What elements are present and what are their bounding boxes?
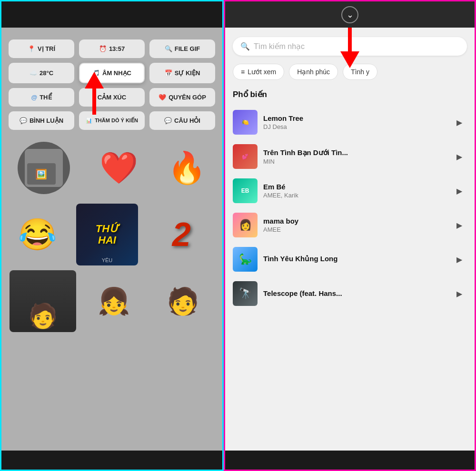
sticker-row-3: 🧑 👧 🧑 [1, 268, 222, 334]
photo-inner: 🖼️ [25, 149, 63, 187]
left-top-bar [1, 1, 222, 28]
calendar-icon: 📅 [165, 69, 172, 77]
fire-sticker[interactable]: 🔥 [168, 150, 206, 186]
song-info-lemon-tree: Lemon Tree DJ Desa [263, 114, 446, 130]
song-info-tinh-yeu: Tình Yêu Khủng Long [263, 255, 446, 264]
sticker-row-1: 🖼️ ❤️ 🔥 [1, 137, 222, 199]
music-list: 🍋 Lemon Tree DJ Desa ▶ 💕 Trên Tình Bạn D… [225, 105, 475, 451]
poll-icon: 📊 [86, 118, 92, 124]
btn-vi-tri[interactable]: 📍 VỊ TRÍ [9, 39, 74, 58]
song-title-mama-boy: mama boy [263, 217, 446, 225]
left-panel: 📍 VỊ TRÍ ⏰ 13:57 🔍 FILE GIF ☁️ 28°C 🎵 ÂM… [0, 0, 224, 471]
thu-hai-text: THỨHAI [96, 223, 119, 246]
song-info-tren-tinh-ban: Trên Tình Bạn Dưới Tìn... MIN [263, 148, 446, 165]
search-container: 🔍 Tìm kiếm nhạc [225, 28, 475, 61]
song-item-telescope[interactable]: 🔭 Telescope (feat. Hans... ▶ [225, 276, 475, 311]
section-title: Phổ biến [225, 86, 475, 105]
avatar-emoji-1: 🧑 [28, 302, 58, 332]
list-icon: ≡ [241, 68, 245, 76]
music-icon: 🎵 [92, 69, 100, 77]
heart-icon: ❤️ [159, 94, 166, 101]
clock-icon: ⏰ [99, 45, 107, 52]
btn-file-gif[interactable]: 🔍 FILE GIF [149, 39, 215, 58]
btn-temp[interactable]: ☁️ 28°C [9, 63, 74, 83]
btn-am-nhac[interactable]: 🎵 ÂM NHẠC [79, 63, 145, 83]
search-bar[interactable]: 🔍 Tìm kiếm nhạc [233, 37, 467, 56]
thu-2-text: 2 [172, 216, 191, 254]
song-info-mama-boy: mama boy AMEE [263, 217, 446, 233]
right-bottom-bar [225, 451, 475, 470]
search-icon: 🔍 [240, 42, 250, 51]
play-btn-tren-tinh-ban[interactable]: ▶ [452, 149, 467, 164]
song-item-mama-boy[interactable]: 👩 mama boy AMEE ▶ [225, 208, 475, 242]
right-top-bar: ⌄ [225, 1, 475, 28]
thu-hai-sticker[interactable]: THỨHAI YÊU [76, 204, 138, 265]
song-artist-tren-tinh-ban: MIN [263, 158, 446, 165]
song-item-em-be[interactable]: EB Em Bé AMEE, Karik ▶ [225, 174, 475, 208]
btn-cau-hoi[interactable]: 💬 CÂU HỎI [149, 111, 215, 130]
boy-sticker[interactable]: 🧑 [152, 270, 214, 332]
btn-quyen-gop[interactable]: ❤️ QUYÊN GÓP [149, 88, 215, 107]
question-icon: 💬 [164, 117, 172, 124]
photo-sticker[interactable]: 🖼️ [18, 142, 70, 194]
song-title-tinh-yeu: Tình Yêu Khủng Long [263, 255, 446, 263]
song-artist-lemon-tree: DJ Desa [263, 123, 446, 130]
comment-icon: 💬 [20, 117, 27, 124]
song-thumb-telescope: 🔭 [233, 281, 258, 306]
btn-cam-xuc[interactable]: CẢM XÚC [79, 88, 145, 107]
sticker-row-2: 😂 THỨHAI YÊU 2 [1, 201, 222, 268]
thu-hai-sub: YÊU [102, 257, 113, 263]
heart-sticker[interactable]: ❤️ [95, 144, 142, 192]
filter-row: ≡ Lướt xem Hạnh phúc Tình y [225, 61, 475, 86]
boy-emoji: 🧑 [167, 286, 199, 317]
play-btn-telescope[interactable]: ▶ [452, 286, 467, 301]
song-artist-mama-boy: AMEE [263, 226, 446, 233]
song-artist-em-be: AMEE, Karik [263, 192, 446, 199]
cloud-icon: ☁️ [30, 69, 37, 77]
btn-su-kien[interactable]: 📅 SỰ KIỆN [149, 63, 215, 83]
song-title-em-be: Em Bé [263, 183, 446, 191]
song-title-lemon-tree: Lemon Tree [263, 114, 446, 122]
sticker-grid: 📍 VỊ TRÍ ⏰ 13:57 🔍 FILE GIF ☁️ 28°C 🎵 ÂM… [1, 35, 222, 135]
right-panel: ⌄ 🔍 Tìm kiếm nhạc ≡ Lướt xem Hạnh phúc T… [224, 0, 476, 471]
thu-2-sticker[interactable]: 2 [153, 206, 210, 263]
song-item-tren-tinh-ban[interactable]: 💕 Trên Tình Bạn Dưới Tìn... MIN ▶ [225, 139, 475, 174]
btn-binh-luan[interactable]: 💬 BÌNH LUẬN [9, 111, 74, 130]
pin-icon: 📍 [28, 45, 35, 52]
song-thumb-lemon-tree: 🍋 [233, 110, 258, 135]
song-thumb-tren-tinh-ban: 💕 [233, 144, 258, 169]
song-title-tren-tinh-ban: Trên Tình Bạn Dưới Tìn... [263, 148, 446, 157]
song-title-telescope: Telescope (feat. Hans... [263, 289, 446, 297]
song-thumb-mama-boy: 👩 [233, 213, 258, 237]
btn-the[interactable]: @ THỂ [9, 88, 74, 107]
song-item-lemon-tree[interactable]: 🍋 Lemon Tree DJ Desa ▶ [225, 105, 475, 139]
filter-luot-xem[interactable]: ≡ Lướt xem [233, 64, 284, 80]
girl-sticker[interactable]: 👧 [83, 270, 145, 332]
filter-hanh-phuc[interactable]: Hạnh phúc [289, 64, 338, 80]
btn-tham-do[interactable]: 📊 THĂM DÒ Ý KIẾN [79, 111, 145, 130]
song-item-tinh-yeu[interactable]: 🦕 Tình Yêu Khủng Long ▶ [225, 242, 475, 276]
search-icon: 🔍 [165, 45, 172, 52]
left-bottom-bar [1, 451, 222, 470]
song-thumb-tinh-yeu: 🦕 [233, 247, 258, 272]
chevron-down-icon[interactable]: ⌄ [341, 6, 358, 23]
play-btn-em-be[interactable]: ▶ [452, 183, 467, 198]
song-info-em-be: Em Bé AMEE, Karik [263, 183, 446, 199]
avatar-sticker-1[interactable]: 🧑 [10, 270, 76, 332]
play-btn-lemon-tree[interactable]: ▶ [452, 115, 467, 130]
song-thumb-em-be: EB [233, 178, 258, 203]
filter-tinh-y[interactable]: Tình y [343, 64, 377, 80]
song-info-telescope: Telescope (feat. Hans... [263, 289, 446, 298]
laugh-sticker[interactable]: 😂 [14, 211, 61, 258]
btn-time[interactable]: ⏰ 13:57 [79, 39, 145, 58]
search-placeholder: Tìm kiếm nhạc [254, 42, 305, 51]
girl-emoji: 👧 [98, 286, 130, 317]
at-icon: @ [31, 94, 37, 101]
play-btn-tinh-yeu[interactable]: ▶ [452, 252, 467, 267]
play-btn-mama-boy[interactable]: ▶ [452, 217, 467, 233]
